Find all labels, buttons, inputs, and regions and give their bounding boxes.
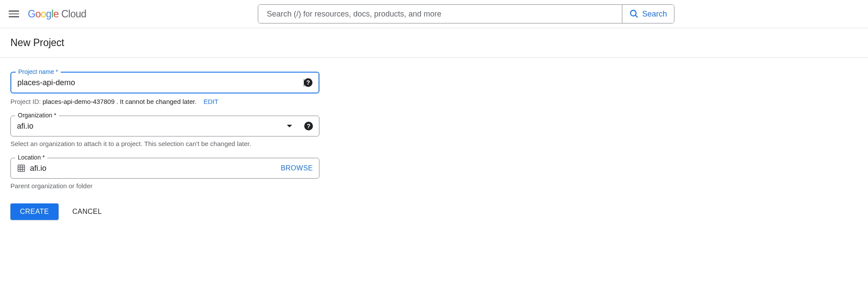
location-value: afi.io	[30, 164, 281, 173]
project-name-group: Project name * places-api-demo ? Project…	[10, 72, 319, 105]
organization-label: Organization *	[15, 112, 59, 119]
menu-icon[interactable]	[9, 9, 19, 19]
search-icon	[629, 9, 639, 19]
project-id-helper: Project ID: places-api-demo-437809. It c…	[10, 98, 319, 105]
cancel-button[interactable]: CANCEL	[72, 208, 102, 216]
form-container: Project name * places-api-demo ? Project…	[0, 58, 330, 234]
header: GoogleCloud Search	[0, 0, 868, 28]
organization-helper: Select an organization to attach it to a…	[10, 140, 319, 147]
organization-group: Organization * afi.io ? Select an organi…	[10, 116, 319, 147]
project-name-field[interactable]: Project name * places-api-demo ?	[10, 72, 319, 93]
building-icon	[17, 164, 26, 173]
location-group: Location * afi.io BROWSE Parent organiza…	[10, 158, 319, 190]
search-input[interactable]	[258, 5, 622, 23]
google-cloud-logo[interactable]: GoogleCloud	[28, 8, 86, 20]
search-bar: Search	[258, 4, 674, 23]
location-helper: Parent organization or folder	[10, 182, 319, 190]
svg-point-0	[631, 10, 636, 16]
search-button[interactable]: Search	[622, 5, 674, 23]
help-icon[interactable]: ?	[304, 122, 313, 130]
location-field[interactable]: Location * afi.io BROWSE	[10, 158, 319, 179]
organization-value: afi.io	[17, 122, 287, 131]
page-title: New Project	[10, 37, 858, 49]
button-row: CREATE CANCEL	[10, 203, 319, 220]
project-name-input[interactable]: places-api-demo	[17, 78, 304, 87]
organization-field[interactable]: Organization * afi.io ?	[10, 116, 319, 136]
project-name-label: Project name *	[16, 68, 61, 75]
location-label: Location *	[15, 154, 47, 161]
chevron-down-icon	[287, 125, 292, 127]
browse-button[interactable]: BROWSE	[281, 164, 313, 172]
edit-project-id-link[interactable]: EDIT	[204, 98, 218, 105]
svg-rect-2	[18, 165, 25, 172]
svg-line-1	[635, 15, 638, 18]
help-icon[interactable]: ?	[304, 78, 312, 87]
page-title-bar: New Project	[0, 28, 868, 58]
search-button-label: Search	[642, 10, 667, 19]
create-button[interactable]: CREATE	[10, 203, 59, 220]
